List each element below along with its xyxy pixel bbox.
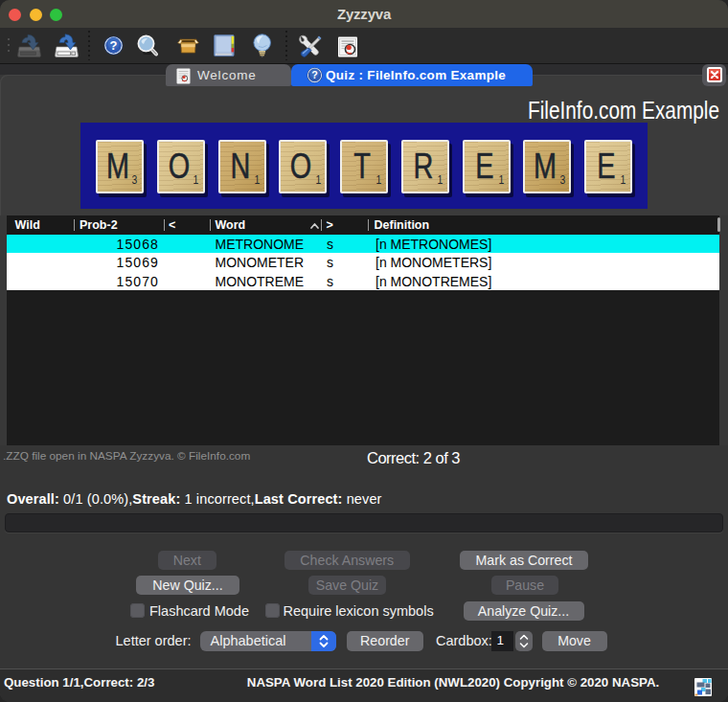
svg-text:?: ? <box>311 69 318 80</box>
svg-text:?: ? <box>110 38 118 53</box>
